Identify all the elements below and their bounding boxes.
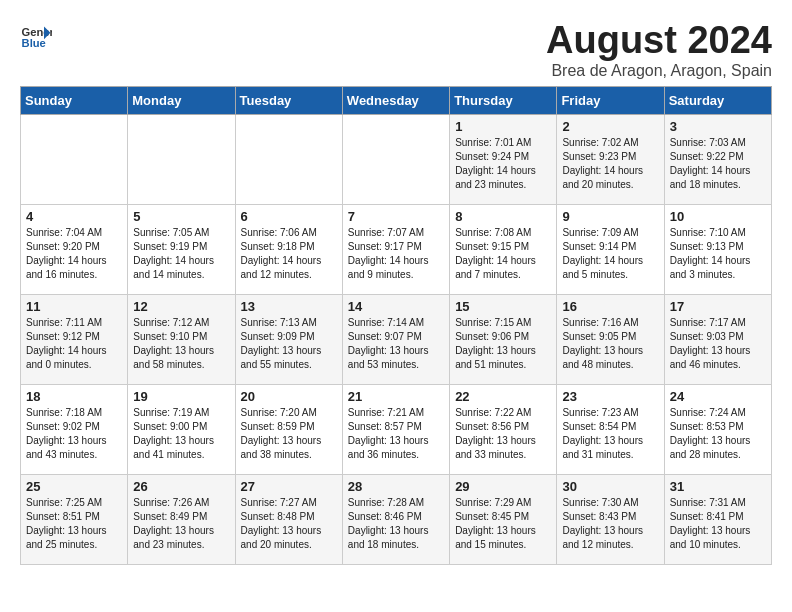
calendar-cell: 22Sunrise: 7:22 AM Sunset: 8:56 PM Dayli…: [450, 384, 557, 474]
day-content: Sunrise: 7:14 AM Sunset: 9:07 PM Dayligh…: [348, 316, 444, 372]
calendar-cell: 19Sunrise: 7:19 AM Sunset: 9:00 PM Dayli…: [128, 384, 235, 474]
calendar-header: SundayMondayTuesdayWednesdayThursdayFrid…: [21, 86, 772, 114]
day-number: 24: [670, 389, 766, 404]
calendar-cell: [128, 114, 235, 204]
day-number: 9: [562, 209, 658, 224]
day-number: 3: [670, 119, 766, 134]
day-of-week-header: Wednesday: [342, 86, 449, 114]
calendar-week-row: 18Sunrise: 7:18 AM Sunset: 9:02 PM Dayli…: [21, 384, 772, 474]
day-number: 11: [26, 299, 122, 314]
day-content: Sunrise: 7:20 AM Sunset: 8:59 PM Dayligh…: [241, 406, 337, 462]
day-content: Sunrise: 7:06 AM Sunset: 9:18 PM Dayligh…: [241, 226, 337, 282]
calendar-cell: 1Sunrise: 7:01 AM Sunset: 9:24 PM Daylig…: [450, 114, 557, 204]
calendar-week-row: 1Sunrise: 7:01 AM Sunset: 9:24 PM Daylig…: [21, 114, 772, 204]
month-title: August 2024: [546, 20, 772, 62]
calendar-cell: 21Sunrise: 7:21 AM Sunset: 8:57 PM Dayli…: [342, 384, 449, 474]
day-content: Sunrise: 7:12 AM Sunset: 9:10 PM Dayligh…: [133, 316, 229, 372]
day-number: 18: [26, 389, 122, 404]
day-content: Sunrise: 7:05 AM Sunset: 9:19 PM Dayligh…: [133, 226, 229, 282]
day-content: Sunrise: 7:02 AM Sunset: 9:23 PM Dayligh…: [562, 136, 658, 192]
day-content: Sunrise: 7:18 AM Sunset: 9:02 PM Dayligh…: [26, 406, 122, 462]
day-content: Sunrise: 7:09 AM Sunset: 9:14 PM Dayligh…: [562, 226, 658, 282]
day-number: 8: [455, 209, 551, 224]
day-content: Sunrise: 7:11 AM Sunset: 9:12 PM Dayligh…: [26, 316, 122, 372]
calendar-cell: 2Sunrise: 7:02 AM Sunset: 9:23 PM Daylig…: [557, 114, 664, 204]
calendar-cell: 10Sunrise: 7:10 AM Sunset: 9:13 PM Dayli…: [664, 204, 771, 294]
day-of-week-header: Tuesday: [235, 86, 342, 114]
day-number: 25: [26, 479, 122, 494]
day-number: 2: [562, 119, 658, 134]
calendar-cell: 28Sunrise: 7:28 AM Sunset: 8:46 PM Dayli…: [342, 474, 449, 564]
calendar-cell: 11Sunrise: 7:11 AM Sunset: 9:12 PM Dayli…: [21, 294, 128, 384]
day-content: Sunrise: 7:27 AM Sunset: 8:48 PM Dayligh…: [241, 496, 337, 552]
day-content: Sunrise: 7:19 AM Sunset: 9:00 PM Dayligh…: [133, 406, 229, 462]
day-content: Sunrise: 7:17 AM Sunset: 9:03 PM Dayligh…: [670, 316, 766, 372]
logo-icon: General Blue: [20, 20, 52, 52]
calendar-cell: [342, 114, 449, 204]
day-number: 12: [133, 299, 229, 314]
day-content: Sunrise: 7:03 AM Sunset: 9:22 PM Dayligh…: [670, 136, 766, 192]
day-number: 22: [455, 389, 551, 404]
calendar-cell: 23Sunrise: 7:23 AM Sunset: 8:54 PM Dayli…: [557, 384, 664, 474]
day-number: 4: [26, 209, 122, 224]
calendar-body: 1Sunrise: 7:01 AM Sunset: 9:24 PM Daylig…: [21, 114, 772, 564]
day-of-week-header: Monday: [128, 86, 235, 114]
calendar-cell: 29Sunrise: 7:29 AM Sunset: 8:45 PM Dayli…: [450, 474, 557, 564]
day-content: Sunrise: 7:26 AM Sunset: 8:49 PM Dayligh…: [133, 496, 229, 552]
day-number: 27: [241, 479, 337, 494]
day-content: Sunrise: 7:04 AM Sunset: 9:20 PM Dayligh…: [26, 226, 122, 282]
day-number: 13: [241, 299, 337, 314]
day-content: Sunrise: 7:21 AM Sunset: 8:57 PM Dayligh…: [348, 406, 444, 462]
day-content: Sunrise: 7:15 AM Sunset: 9:06 PM Dayligh…: [455, 316, 551, 372]
days-of-week-row: SundayMondayTuesdayWednesdayThursdayFrid…: [21, 86, 772, 114]
day-number: 10: [670, 209, 766, 224]
calendar-cell: [21, 114, 128, 204]
day-number: 20: [241, 389, 337, 404]
calendar-cell: 7Sunrise: 7:07 AM Sunset: 9:17 PM Daylig…: [342, 204, 449, 294]
day-number: 23: [562, 389, 658, 404]
calendar-cell: [235, 114, 342, 204]
day-of-week-header: Thursday: [450, 86, 557, 114]
calendar-week-row: 11Sunrise: 7:11 AM Sunset: 9:12 PM Dayli…: [21, 294, 772, 384]
day-number: 21: [348, 389, 444, 404]
calendar-cell: 12Sunrise: 7:12 AM Sunset: 9:10 PM Dayli…: [128, 294, 235, 384]
location: Brea de Aragon, Aragon, Spain: [546, 62, 772, 80]
day-number: 28: [348, 479, 444, 494]
day-number: 31: [670, 479, 766, 494]
day-content: Sunrise: 7:28 AM Sunset: 8:46 PM Dayligh…: [348, 496, 444, 552]
calendar-cell: 8Sunrise: 7:08 AM Sunset: 9:15 PM Daylig…: [450, 204, 557, 294]
calendar-table: SundayMondayTuesdayWednesdayThursdayFrid…: [20, 86, 772, 565]
calendar-cell: 4Sunrise: 7:04 AM Sunset: 9:20 PM Daylig…: [21, 204, 128, 294]
calendar-cell: 30Sunrise: 7:30 AM Sunset: 8:43 PM Dayli…: [557, 474, 664, 564]
calendar-week-row: 25Sunrise: 7:25 AM Sunset: 8:51 PM Dayli…: [21, 474, 772, 564]
calendar-cell: 25Sunrise: 7:25 AM Sunset: 8:51 PM Dayli…: [21, 474, 128, 564]
day-of-week-header: Sunday: [21, 86, 128, 114]
calendar-cell: 14Sunrise: 7:14 AM Sunset: 9:07 PM Dayli…: [342, 294, 449, 384]
day-number: 19: [133, 389, 229, 404]
day-content: Sunrise: 7:24 AM Sunset: 8:53 PM Dayligh…: [670, 406, 766, 462]
day-content: Sunrise: 7:22 AM Sunset: 8:56 PM Dayligh…: [455, 406, 551, 462]
calendar-cell: 20Sunrise: 7:20 AM Sunset: 8:59 PM Dayli…: [235, 384, 342, 474]
page-header: General Blue August 2024 Brea de Aragon,…: [20, 20, 772, 80]
day-content: Sunrise: 7:30 AM Sunset: 8:43 PM Dayligh…: [562, 496, 658, 552]
day-number: 6: [241, 209, 337, 224]
calendar-cell: 6Sunrise: 7:06 AM Sunset: 9:18 PM Daylig…: [235, 204, 342, 294]
day-content: Sunrise: 7:10 AM Sunset: 9:13 PM Dayligh…: [670, 226, 766, 282]
day-number: 7: [348, 209, 444, 224]
day-content: Sunrise: 7:13 AM Sunset: 9:09 PM Dayligh…: [241, 316, 337, 372]
calendar-cell: 5Sunrise: 7:05 AM Sunset: 9:19 PM Daylig…: [128, 204, 235, 294]
day-number: 1: [455, 119, 551, 134]
day-content: Sunrise: 7:01 AM Sunset: 9:24 PM Dayligh…: [455, 136, 551, 192]
day-number: 16: [562, 299, 658, 314]
day-content: Sunrise: 7:23 AM Sunset: 8:54 PM Dayligh…: [562, 406, 658, 462]
svg-text:Blue: Blue: [22, 37, 46, 49]
day-of-week-header: Friday: [557, 86, 664, 114]
day-number: 26: [133, 479, 229, 494]
day-content: Sunrise: 7:31 AM Sunset: 8:41 PM Dayligh…: [670, 496, 766, 552]
day-content: Sunrise: 7:08 AM Sunset: 9:15 PM Dayligh…: [455, 226, 551, 282]
calendar-cell: 13Sunrise: 7:13 AM Sunset: 9:09 PM Dayli…: [235, 294, 342, 384]
day-content: Sunrise: 7:25 AM Sunset: 8:51 PM Dayligh…: [26, 496, 122, 552]
calendar-cell: 31Sunrise: 7:31 AM Sunset: 8:41 PM Dayli…: [664, 474, 771, 564]
calendar-cell: 18Sunrise: 7:18 AM Sunset: 9:02 PM Dayli…: [21, 384, 128, 474]
day-of-week-header: Saturday: [664, 86, 771, 114]
